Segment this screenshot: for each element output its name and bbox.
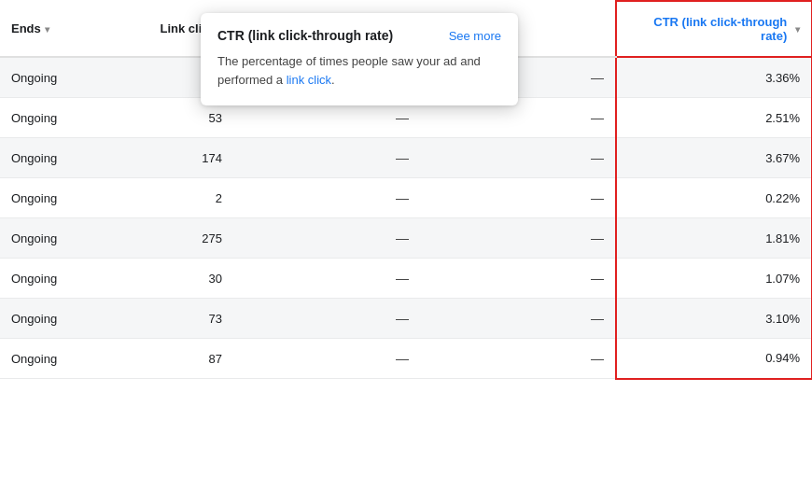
- col3-cell: —: [233, 138, 420, 178]
- tooltip-link-click-link[interactable]: link click: [287, 73, 331, 87]
- ends-cell: Ongoing: [0, 339, 112, 379]
- col4-cell: —: [420, 138, 616, 178]
- ends-cell: Ongoing: [0, 299, 112, 339]
- link-clicks-cell: 87: [112, 339, 233, 379]
- ends-header-label: Ends: [11, 21, 41, 35]
- ctr-cell: 3.67%: [616, 138, 812, 178]
- dash-icon: —: [591, 311, 604, 326]
- tooltip-body-prefix: The percentage of times people saw your …: [217, 54, 481, 87]
- dash-icon: —: [591, 190, 604, 205]
- ends-cell: Ongoing: [0, 259, 112, 299]
- ctr-cell: 2.51%: [616, 98, 812, 138]
- tooltip-body-suffix: .: [331, 73, 335, 87]
- link-clicks-cell: 275: [112, 218, 233, 259]
- table-row: Ongoing30——1.07%: [0, 259, 812, 299]
- dash-icon: —: [396, 190, 409, 205]
- col4-cell: —: [420, 178, 616, 218]
- ctr-cell: 1.81%: [616, 218, 812, 259]
- col4-cell: —: [420, 218, 616, 259]
- table-row: Ongoing174——3.67%: [0, 138, 812, 178]
- dash-icon: —: [396, 311, 409, 326]
- ctr-cell: 3.10%: [616, 299, 812, 339]
- col4-cell: —: [420, 299, 616, 339]
- ends-cell: Ongoing: [0, 218, 112, 259]
- tooltip-title: CTR (link click-through rate): [217, 28, 393, 43]
- table-row: Ongoing73——3.10%: [0, 299, 812, 339]
- link-clicks-cell: 73: [112, 299, 233, 339]
- ends-cell: Ongoing: [0, 98, 112, 138]
- col3-cell: —: [233, 299, 420, 339]
- dash-icon: —: [591, 351, 604, 366]
- tooltip-header: CTR (link click-through rate) See more: [217, 28, 501, 43]
- table-row: Ongoing2——0.22%: [0, 178, 812, 218]
- col3-cell: —: [233, 178, 420, 218]
- dash-icon: —: [591, 271, 604, 286]
- dash-icon: —: [396, 351, 409, 366]
- ends-cell: Ongoing: [0, 178, 112, 218]
- col4-cell: —: [420, 259, 616, 299]
- table-row: Ongoing275——1.81%: [0, 218, 812, 259]
- dash-icon: —: [396, 150, 409, 165]
- dash-icon: —: [396, 271, 409, 286]
- col3-cell: —: [233, 218, 420, 259]
- ctr-cell: 0.94%: [616, 339, 812, 379]
- ctr-sort-icon: ▾: [791, 24, 800, 34]
- ctr-cell: 0.22%: [616, 178, 812, 218]
- dash-icon: —: [591, 231, 604, 245]
- link-clicks-cell: 30: [112, 259, 233, 299]
- link-clicks-cell: 174: [112, 138, 233, 178]
- ends-column-header[interactable]: Ends ▾: [0, 1, 112, 57]
- ends-sort-icon: ▾: [45, 24, 54, 34]
- col3-cell: —: [233, 259, 420, 299]
- ends-cell: Ongoing: [0, 138, 112, 178]
- table-wrapper: Ends ▾ Link clicks CTR (li: [0, 0, 812, 380]
- tooltip-body: The percentage of times people saw your …: [217, 52, 501, 89]
- dash-icon: —: [396, 231, 409, 245]
- dash-icon: —: [591, 110, 604, 125]
- ctr-cell: 1.07%: [616, 259, 812, 299]
- link-clicks-cell: 2: [112, 178, 233, 218]
- ctr-header-label: CTR (link click-through rate): [628, 15, 787, 43]
- dash-icon: —: [591, 150, 604, 165]
- ctr-tooltip: CTR (link click-through rate) See more T…: [201, 13, 518, 105]
- col4-cell: —: [420, 339, 616, 379]
- ctr-cell: 3.36%: [616, 57, 812, 98]
- ctr-column-header[interactable]: CTR (link click-through rate) ▾: [616, 1, 812, 57]
- table-row: Ongoing87——0.94%: [0, 339, 812, 379]
- dash-icon: —: [591, 70, 604, 85]
- tooltip-see-more-link[interactable]: See more: [449, 29, 501, 43]
- dash-icon: —: [396, 110, 409, 125]
- col3-cell: —: [233, 339, 420, 379]
- ends-cell: Ongoing: [0, 57, 112, 98]
